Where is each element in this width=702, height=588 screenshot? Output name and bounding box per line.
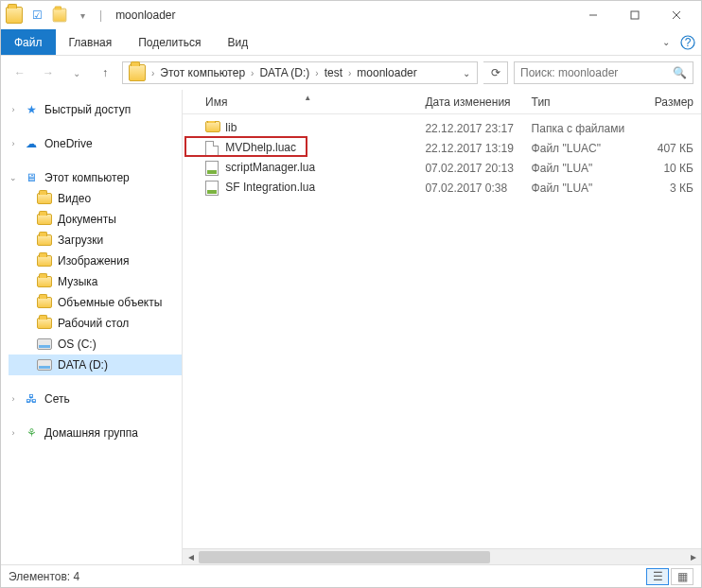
title-bar: ☑ ▾ | moonloader xyxy=(1,1,701,29)
sidebar-item[interactable]: OS (C:) xyxy=(9,334,182,355)
file-list[interactable]: lib22.12.2017 23:17Папка с файлами MVDhe… xyxy=(183,114,701,548)
sidebar-item-homegroup[interactable]: › ⚘ Домашняя группа xyxy=(9,423,182,443)
chevron-right-icon[interactable]: › xyxy=(249,68,255,78)
sidebar-item[interactable]: Рабочий стол xyxy=(9,313,182,334)
svg-text:?: ? xyxy=(685,36,692,49)
quick-access-toolbar: ☑ ▾ | moonloader xyxy=(5,6,176,25)
star-icon: ★ xyxy=(24,102,39,117)
sidebar-item-label: Быстрый доступ xyxy=(44,103,131,116)
file-type: Папка с файлами xyxy=(524,122,639,135)
icons-view-button[interactable]: ▦ xyxy=(671,568,693,585)
maximize-button[interactable] xyxy=(614,2,656,28)
search-box[interactable]: 🔍 xyxy=(514,61,693,84)
help-button[interactable]: ? xyxy=(675,29,701,55)
sidebar-item[interactable]: Музыка xyxy=(9,271,182,292)
chevron-right-icon[interactable]: › xyxy=(346,68,353,78)
file-row[interactable]: scriptManager.lua07.02.2017 20:13Файл "L… xyxy=(198,158,701,178)
column-header-name[interactable]: Имя ▲ xyxy=(198,95,417,109)
chevron-right-icon[interactable]: › xyxy=(9,428,18,438)
status-bar: Элементов: 4 ☰ ▦ xyxy=(1,564,701,587)
column-header-type[interactable]: Тип xyxy=(524,95,639,109)
navigation-bar: ← → ⌄ ↑ › Этот компьютер › DATA (D:) › t… xyxy=(1,56,701,90)
file-size: 3 КБ xyxy=(639,182,701,195)
qat-newfolder-icon[interactable] xyxy=(50,6,69,25)
scroll-left-button[interactable]: ◂ xyxy=(183,549,199,565)
sort-ascending-icon: ▲ xyxy=(304,94,311,102)
sidebar-item-quick-access[interactable]: › ★ Быстрый доступ xyxy=(9,99,182,120)
qat-customize-dropdown[interactable]: ▾ xyxy=(73,6,92,25)
breadcrumb-item[interactable]: test xyxy=(321,66,346,79)
column-header-size[interactable]: Размер xyxy=(639,95,701,109)
file-type: Файл "LUA" xyxy=(524,182,639,195)
tab-view[interactable]: Вид xyxy=(214,29,261,55)
details-view-button[interactable]: ☰ xyxy=(646,568,669,585)
scroll-right-button[interactable]: ▸ xyxy=(685,549,701,565)
sidebar-item[interactable]: Видео xyxy=(9,188,182,209)
sidebar-item[interactable]: Загрузки xyxy=(9,230,182,251)
tab-share[interactable]: Поделиться xyxy=(125,29,214,55)
chevron-right-icon[interactable]: › xyxy=(9,105,18,114)
file-date: 22.12.2017 23:17 xyxy=(417,122,523,135)
svg-rect-1 xyxy=(631,11,639,19)
qat-properties-icon[interactable]: ☑ xyxy=(27,6,46,25)
forward-button[interactable]: → xyxy=(37,61,60,84)
folder-icon xyxy=(5,6,24,25)
item-count-label: Элементов: 4 xyxy=(9,570,79,583)
sidebar-item-label: DATA (D:) xyxy=(58,358,108,372)
sidebar-item[interactable]: Изображения xyxy=(9,251,182,271)
file-row[interactable]: SF Integration.lua07.02.2017 0:38Файл "L… xyxy=(198,178,701,198)
sidebar-item-label: Домашняя группа xyxy=(44,426,138,440)
sidebar-item[interactable]: Документы xyxy=(9,209,182,230)
column-label: Имя xyxy=(205,95,227,109)
folder-icon xyxy=(37,233,52,248)
breadcrumb-item[interactable]: moonloader xyxy=(353,66,420,79)
chevron-right-icon[interactable]: › xyxy=(149,68,156,78)
sidebar-item-label: Изображения xyxy=(58,254,129,268)
drive-icon xyxy=(37,338,52,350)
column-headers: Имя ▲ Дата изменения Тип Размер xyxy=(183,90,701,114)
sidebar-item-label: Этот компьютер xyxy=(44,171,130,184)
search-input[interactable] xyxy=(520,66,673,79)
sidebar-item-label: Видео xyxy=(58,192,91,205)
breadcrumb-item[interactable]: DATA (D:) xyxy=(255,66,313,79)
sidebar-item-this-pc[interactable]: ⌄ 🖥 Этот компьютер xyxy=(9,167,182,188)
address-dropdown[interactable]: ⌄ xyxy=(458,68,475,78)
ribbon-expand-button[interactable]: ⌄ xyxy=(658,29,675,55)
chevron-right-icon[interactable]: › xyxy=(313,68,320,78)
scroll-thumb[interactable] xyxy=(199,551,490,563)
recent-locations-dropdown[interactable]: ⌄ xyxy=(65,61,88,84)
folder-icon xyxy=(37,212,52,227)
refresh-button[interactable]: ⟳ xyxy=(483,61,508,84)
address-bar[interactable]: › Этот компьютер › DATA (D:) › test › mo… xyxy=(122,61,478,84)
folder-icon xyxy=(129,64,146,81)
breadcrumb-item[interactable]: Этот компьютер xyxy=(156,66,249,79)
chevron-right-icon[interactable]: › xyxy=(9,139,18,148)
minimize-button[interactable] xyxy=(572,2,614,28)
close-button[interactable] xyxy=(656,2,697,28)
horizontal-scrollbar[interactable]: ◂ ▸ xyxy=(183,548,701,564)
sidebar-item-label: OneDrive xyxy=(44,137,93,150)
sidebar-item-label: Рабочий стол xyxy=(58,317,129,330)
file-row[interactable]: lib22.12.2017 23:17Папка с файлами xyxy=(198,118,701,138)
sidebar-item-label: OS (C:) xyxy=(58,337,97,351)
search-icon[interactable]: 🔍 xyxy=(673,66,687,79)
sidebar-item[interactable]: DATA (D:) xyxy=(9,355,182,375)
window-title: moonloader xyxy=(115,9,175,22)
sidebar-item-network[interactable]: › 🖧 Сеть xyxy=(9,389,182,409)
up-button[interactable]: ↑ xyxy=(94,61,116,84)
file-date: 07.02.2017 0:38 xyxy=(417,182,523,195)
sidebar-item-label: Музыка xyxy=(58,275,97,288)
sidebar-item-onedrive[interactable]: › ☁ OneDrive xyxy=(9,133,182,154)
chevron-right-icon[interactable]: › xyxy=(9,394,18,404)
folder-icon xyxy=(37,274,52,289)
scroll-track[interactable] xyxy=(199,549,685,565)
separator: | xyxy=(99,9,102,22)
back-button[interactable]: ← xyxy=(9,61,31,84)
cloud-icon: ☁ xyxy=(24,136,39,151)
sidebar-item[interactable]: Объемные объекты xyxy=(9,292,182,313)
chevron-down-icon[interactable]: ⌄ xyxy=(9,173,18,182)
tab-file[interactable]: Файл xyxy=(1,29,56,55)
column-header-date[interactable]: Дата изменения xyxy=(417,95,523,109)
file-row[interactable]: MVDhelp.luac22.12.2017 13:19Файл "LUAC"4… xyxy=(198,138,701,158)
tab-home[interactable]: Главная xyxy=(56,29,126,55)
